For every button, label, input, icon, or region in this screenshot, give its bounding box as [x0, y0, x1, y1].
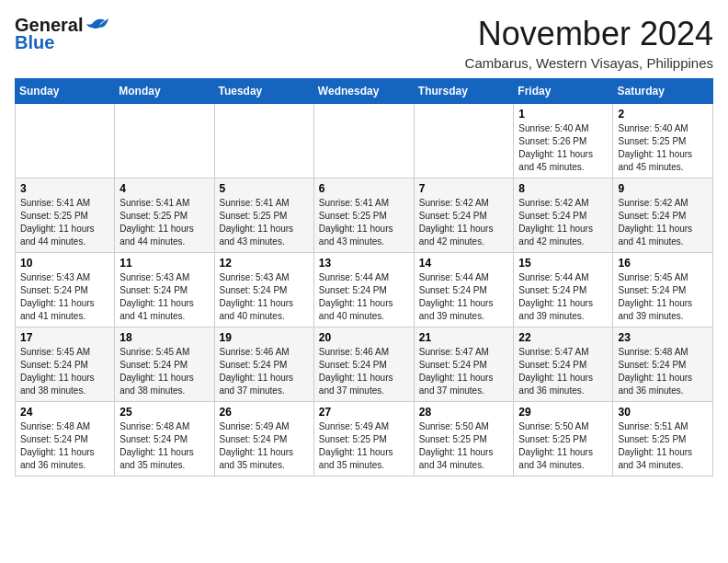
day-info: Sunrise: 5:43 AMSunset: 5:24 PMDaylight:… [20, 271, 109, 323]
day-info: Sunrise: 5:41 AMSunset: 5:25 PMDaylight:… [220, 197, 309, 248]
day-number: 1 [518, 108, 608, 121]
table-row: 14Sunrise: 5:44 AMSunset: 5:24 PMDayligh… [414, 253, 514, 327]
day-info: Sunrise: 5:40 AMSunset: 5:26 PMDaylight:… [518, 122, 608, 174]
day-info: Sunrise: 5:41 AMSunset: 5:25 PMDaylight:… [20, 197, 109, 248]
col-tuesday: Tuesday [214, 79, 313, 104]
day-info: Sunrise: 5:44 AMSunset: 5:24 PMDaylight:… [319, 271, 409, 323]
day-info: Sunrise: 5:41 AMSunset: 5:25 PMDaylight:… [119, 197, 209, 248]
month-title: November 2024 [465, 15, 713, 53]
day-number: 27 [319, 406, 409, 419]
col-friday: Friday [514, 79, 613, 104]
day-number: 17 [20, 331, 109, 344]
table-row: 4Sunrise: 5:41 AMSunset: 5:25 PMDaylight… [115, 178, 214, 253]
day-number: 29 [518, 406, 608, 419]
day-info: Sunrise: 5:49 AMSunset: 5:25 PMDaylight:… [319, 420, 409, 472]
day-number: 9 [618, 182, 708, 195]
table-row [115, 104, 214, 178]
table-row: 20Sunrise: 5:46 AMSunset: 5:24 PMDayligh… [313, 327, 414, 402]
logo: General Blue [15, 15, 110, 53]
calendar-week-row: 3Sunrise: 5:41 AMSunset: 5:25 PMDaylight… [16, 178, 713, 253]
day-number: 21 [419, 331, 509, 344]
day-info: Sunrise: 5:41 AMSunset: 5:25 PMDaylight:… [319, 197, 409, 248]
table-row: 9Sunrise: 5:42 AMSunset: 5:24 PMDaylight… [613, 178, 713, 253]
day-number: 6 [319, 182, 409, 195]
col-saturday: Saturday [613, 79, 713, 104]
day-info: Sunrise: 5:42 AMSunset: 5:24 PMDaylight:… [618, 197, 708, 248]
table-row: 12Sunrise: 5:43 AMSunset: 5:24 PMDayligh… [214, 253, 313, 327]
day-info: Sunrise: 5:44 AMSunset: 5:24 PMDaylight:… [419, 271, 509, 323]
day-number: 30 [618, 406, 708, 419]
table-row: 6Sunrise: 5:41 AMSunset: 5:25 PMDaylight… [313, 178, 414, 253]
table-row: 15Sunrise: 5:44 AMSunset: 5:24 PMDayligh… [514, 253, 613, 327]
day-number: 12 [220, 257, 309, 270]
day-info: Sunrise: 5:46 AMSunset: 5:24 PMDaylight:… [319, 346, 409, 397]
calendar-week-row: 24Sunrise: 5:48 AMSunset: 5:24 PMDayligh… [16, 402, 713, 477]
day-number: 5 [220, 182, 309, 195]
table-row: 24Sunrise: 5:48 AMSunset: 5:24 PMDayligh… [16, 402, 115, 477]
day-number: 13 [319, 257, 409, 270]
day-number: 8 [518, 182, 608, 195]
day-info: Sunrise: 5:47 AMSunset: 5:24 PMDaylight:… [518, 346, 608, 397]
logo-blue-text: Blue [15, 32, 54, 53]
day-info: Sunrise: 5:48 AMSunset: 5:24 PMDaylight:… [119, 420, 209, 472]
day-number: 15 [518, 257, 608, 270]
col-wednesday: Wednesday [313, 79, 414, 104]
day-info: Sunrise: 5:50 AMSunset: 5:25 PMDaylight:… [419, 420, 509, 472]
day-info: Sunrise: 5:40 AMSunset: 5:25 PMDaylight:… [618, 122, 708, 174]
title-block: November 2024 Cambarus, Western Visayas,… [465, 15, 713, 71]
day-number: 23 [618, 331, 708, 344]
table-row: 29Sunrise: 5:50 AMSunset: 5:25 PMDayligh… [514, 402, 613, 477]
day-number: 18 [119, 331, 209, 344]
table-row: 25Sunrise: 5:48 AMSunset: 5:24 PMDayligh… [115, 402, 214, 477]
day-number: 25 [119, 406, 209, 419]
day-number: 10 [20, 257, 109, 270]
calendar-table: Sunday Monday Tuesday Wednesday Thursday… [15, 78, 713, 477]
table-row [214, 104, 313, 178]
logo-bird-icon [85, 15, 110, 33]
day-info: Sunrise: 5:49 AMSunset: 5:24 PMDaylight:… [220, 420, 309, 472]
table-row: 10Sunrise: 5:43 AMSunset: 5:24 PMDayligh… [16, 253, 115, 327]
day-info: Sunrise: 5:50 AMSunset: 5:25 PMDaylight:… [518, 420, 608, 472]
table-row: 28Sunrise: 5:50 AMSunset: 5:25 PMDayligh… [414, 402, 514, 477]
day-number: 19 [220, 331, 309, 344]
day-number: 2 [618, 108, 708, 121]
day-number: 20 [319, 331, 409, 344]
day-number: 26 [220, 406, 309, 419]
table-row: 19Sunrise: 5:46 AMSunset: 5:24 PMDayligh… [214, 327, 313, 402]
day-number: 4 [119, 182, 209, 195]
day-number: 11 [119, 257, 209, 270]
location-text: Cambarus, Western Visayas, Philippines [465, 55, 713, 71]
table-row: 11Sunrise: 5:43 AMSunset: 5:24 PMDayligh… [115, 253, 214, 327]
table-row: 5Sunrise: 5:41 AMSunset: 5:25 PMDaylight… [214, 178, 313, 253]
day-number: 16 [618, 257, 708, 270]
table-row: 2Sunrise: 5:40 AMSunset: 5:25 PMDaylight… [613, 104, 713, 178]
day-number: 22 [518, 331, 608, 344]
table-row: 17Sunrise: 5:45 AMSunset: 5:24 PMDayligh… [16, 327, 115, 402]
table-row: 22Sunrise: 5:47 AMSunset: 5:24 PMDayligh… [514, 327, 613, 402]
page-header: General Blue November 2024 Cambarus, Wes… [15, 15, 713, 71]
table-row: 1Sunrise: 5:40 AMSunset: 5:26 PMDaylight… [514, 104, 613, 178]
day-number: 14 [419, 257, 509, 270]
table-row [414, 104, 514, 178]
day-number: 7 [419, 182, 509, 195]
table-row: 3Sunrise: 5:41 AMSunset: 5:25 PMDaylight… [16, 178, 115, 253]
day-info: Sunrise: 5:47 AMSunset: 5:24 PMDaylight:… [419, 346, 509, 397]
table-row: 7Sunrise: 5:42 AMSunset: 5:24 PMDaylight… [414, 178, 514, 253]
table-row: 26Sunrise: 5:49 AMSunset: 5:24 PMDayligh… [214, 402, 313, 477]
table-row: 30Sunrise: 5:51 AMSunset: 5:25 PMDayligh… [613, 402, 713, 477]
table-row: 23Sunrise: 5:48 AMSunset: 5:24 PMDayligh… [613, 327, 713, 402]
col-sunday: Sunday [16, 79, 115, 104]
col-thursday: Thursday [414, 79, 514, 104]
calendar-week-row: 17Sunrise: 5:45 AMSunset: 5:24 PMDayligh… [16, 327, 713, 402]
day-info: Sunrise: 5:51 AMSunset: 5:25 PMDaylight:… [618, 420, 708, 472]
day-info: Sunrise: 5:43 AMSunset: 5:24 PMDaylight:… [220, 271, 309, 323]
day-info: Sunrise: 5:45 AMSunset: 5:24 PMDaylight:… [618, 271, 708, 323]
table-row: 13Sunrise: 5:44 AMSunset: 5:24 PMDayligh… [313, 253, 414, 327]
table-row: 8Sunrise: 5:42 AMSunset: 5:24 PMDaylight… [514, 178, 613, 253]
day-number: 24 [20, 406, 109, 419]
day-info: Sunrise: 5:48 AMSunset: 5:24 PMDaylight:… [20, 420, 109, 472]
day-info: Sunrise: 5:45 AMSunset: 5:24 PMDaylight:… [119, 346, 209, 397]
day-number: 3 [20, 182, 109, 195]
day-info: Sunrise: 5:45 AMSunset: 5:24 PMDaylight:… [20, 346, 109, 397]
day-info: Sunrise: 5:48 AMSunset: 5:24 PMDaylight:… [618, 346, 708, 397]
